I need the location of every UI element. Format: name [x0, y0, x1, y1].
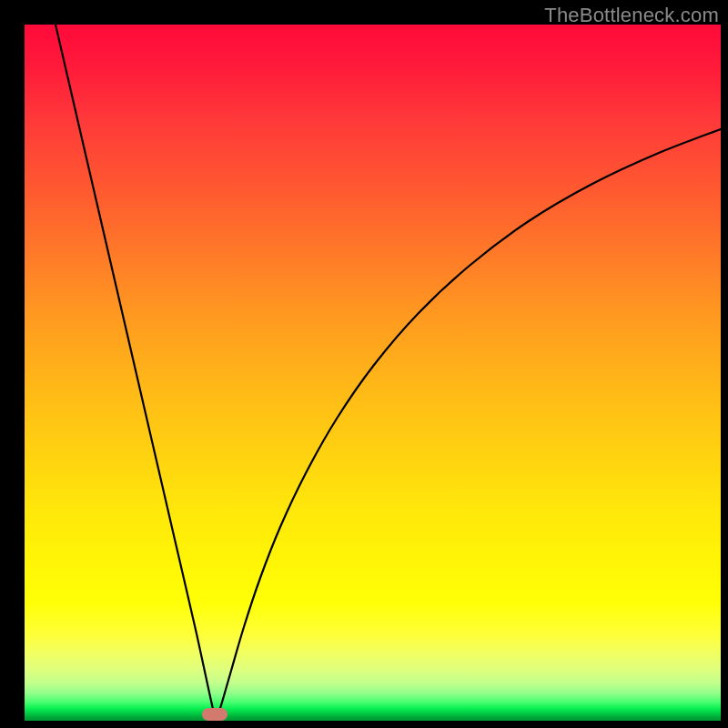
curve-path: [56, 25, 721, 718]
bottleneck-curve: [25, 25, 721, 721]
watermark-text: TheBottleneck.com: [544, 4, 719, 27]
optimal-marker: [202, 708, 228, 721]
chart-frame: TheBottleneck.com: [0, 0, 728, 728]
